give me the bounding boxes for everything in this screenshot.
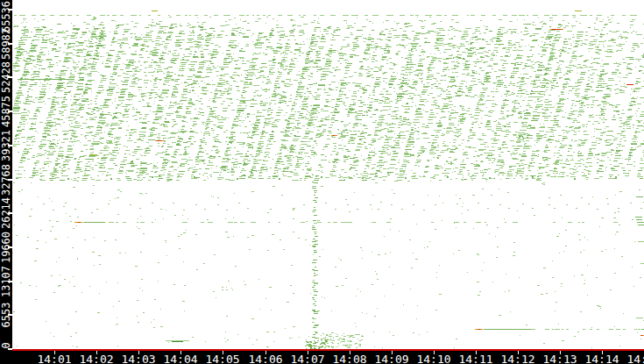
x-axis-label: 14:05 xyxy=(205,353,239,364)
scatter-canvas xyxy=(0,0,644,351)
x-axis-label: 14:07 xyxy=(290,353,324,364)
y-axis-label: 58982 xyxy=(1,28,11,60)
y-axis-label: 13107 xyxy=(1,266,11,297)
y-axis-label: 26214 xyxy=(1,197,11,229)
x-axis-label: 14:02 xyxy=(79,353,113,364)
x-axis-label: 14:14 xyxy=(584,353,619,364)
y-axis-label: 6553 xyxy=(1,303,11,328)
x-axis-label: 14:03 xyxy=(121,353,155,364)
x-axis-label: 14:06 xyxy=(248,353,282,364)
y-axis-label: 32768 xyxy=(1,163,11,195)
y-axis-label: 19660 xyxy=(1,232,11,263)
x-axis-label: 14:08 xyxy=(332,353,366,364)
x-axis-label: 14:04 xyxy=(163,353,197,364)
x-axis-label: 14:11 xyxy=(458,353,492,364)
y-axis-label: 45875 xyxy=(1,96,11,127)
x-axis-label: 14:15 xyxy=(626,353,644,364)
x-axis-label: 14:13 xyxy=(542,353,577,364)
x-axis-strip: 14:0114:0214:0314:0414:0514:0614:0714:08… xyxy=(0,351,644,364)
y-axis-label: 39321 xyxy=(1,130,11,161)
y-axis-label: 52428 xyxy=(1,61,11,93)
y-axis-strip: 6553658982524284587539321327682621419660… xyxy=(0,0,12,364)
x-axis-label: 14:10 xyxy=(416,353,450,364)
y-axis-label: 0 xyxy=(1,342,11,348)
x-axis-label: 14:12 xyxy=(500,353,534,364)
x-axis-label: 14:01 xyxy=(37,353,71,364)
x-axis-label: 14:09 xyxy=(374,353,408,364)
port-vs-time-scatter-plot: 6553658982524284587539321327682621419660… xyxy=(0,0,644,364)
